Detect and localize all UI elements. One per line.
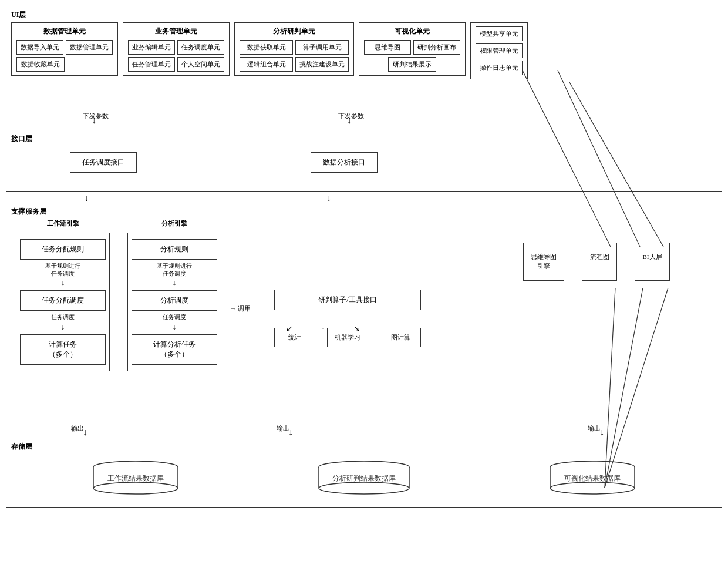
right-modules-group: 模型共享单元 权限管理单元 操作日志单元 [470,22,528,79]
storage-layer-label: 存储层 [11,442,717,452]
task-schedule-interface: 任务调度接口 [70,152,137,173]
output-label-2: 输出 [277,424,289,433]
data-analysis-interface: 数据分析接口 [311,152,378,173]
module-result-display: 研判结果展示 [388,57,436,72]
output-arrow-2: ↓ [288,427,293,438]
storage-layer: 存储层 工作流结果数据库 [6,438,722,507]
module-mind-map: 思维导图 [364,40,411,55]
calc-statistics: 统计 [274,328,315,347]
arrow-interface-support-1: ↓ [84,193,89,203]
visualization-title: 可视化单元 [364,26,460,36]
workflow-db-svg: 工作流结果数据库 [89,460,183,495]
module-data-fetch: 数据获取单元 [240,40,293,55]
analysis-db-svg: 分析研判结果数据库 [314,460,414,495]
flowchart-engine: 流程图 [582,243,617,281]
business-management-title: 业务管理单元 [128,26,224,36]
analysis-grid: 数据获取单元 算子调用单元 逻辑组合单元 挑战注建设单元 [240,40,349,72]
analysis-rule: 分析规则 [132,239,217,260]
module-analysis-canvas: 研判分析画布 [413,40,460,55]
output-arrow-3: ↓ [599,427,604,438]
support-layer: 支撑服务层 工作流引擎 任务分配规则 基于规则进行任务调度 ↓ 任务分配调度 任… [6,203,722,438]
visualization-grid: 思维导图 研判分析画布 研判结果展示 [364,40,460,72]
output-label-1: 输出 [71,424,84,433]
svg-point-4 [93,482,178,494]
calc-graph: 图计算 [380,328,421,347]
analysis-group: 分析研判单元 数据获取单元 算子调用单元 逻辑组合单元 挑战注建设单元 [234,22,354,76]
ui-layer-content: 数据管理单元 数据导入单元 数据管理单元 数据收藏单元 业务管理单元 业务编辑单… [11,22,717,79]
output-label-3: 输出 [588,424,601,433]
module-permission: 权限管理单元 [476,43,523,58]
module-data-manage: 数据管理单元 [66,40,113,55]
module-operator-call: 算子调用单元 [295,40,349,55]
module-biz-edit: 业务编辑单元 [128,40,175,55]
svg-text:工作流结果数据库: 工作流结果数据库 [107,474,164,482]
workflow-db-container: 工作流结果数据库 [89,460,183,498]
ui-layer: UI层 数据管理单元 数据导入单元 数据管理单元 数据收藏单元 业务管理单元 业… [6,6,722,109]
support-layer-label: 支撑服务层 [11,207,717,217]
analysis-db-container: 分析研判结果数据库 [314,460,414,498]
viz-db-svg: 可视化结果数据库 [545,460,639,495]
viz-db-container: 可视化结果数据库 [545,460,639,498]
module-task-schedule: 任务调度单元 [177,40,224,55]
analysis-title: 分析研判单元 [240,26,349,36]
mind-map-engine: 思维导图引擎 [523,243,564,281]
diagram: UI层 数据管理单元 数据导入单元 数据管理单元 数据收藏单元 业务管理单元 业… [6,6,722,508]
bi-screen-engine: BI大屏 [635,243,670,281]
arrow-interface-support-2: ↓ [326,193,331,203]
output-arrow-1: ↓ [83,427,87,438]
workflow-engine: 任务分配规则 基于规则进行任务调度 ↓ 任务分配调度 任务调度 ↓ 计算任务（多… [16,233,110,371]
arrow-down-2: ↓ [347,115,352,126]
ui-layer-label: UI层 [11,10,717,20]
svg-text:分析研判结果数据库: 分析研判结果数据库 [332,474,396,482]
workflow-engine-label: 工作流引擎 [16,219,110,228]
data-management-title: 数据管理单元 [16,26,113,36]
business-management-group: 业务管理单元 业务编辑单元 任务调度单元 任务管理单元 个人空间单元 [123,22,230,76]
module-model-share: 模型共享单元 [476,26,523,41]
svg-point-10 [319,482,409,494]
analysis-schedule: 分析调度 [132,290,217,311]
module-data-import: 数据导入单元 [16,40,63,55]
svg-point-16 [550,482,635,494]
business-management-grid: 业务编辑单元 任务调度单元 任务管理单元 个人空间单元 [128,40,224,72]
data-management-grid: 数据导入单元 数据管理单元 数据收藏单元 [16,40,113,72]
module-challenge-build: 挑战注建设单元 [295,57,349,72]
task-assign-rule: 任务分配规则 [20,239,106,260]
data-management-group: 数据管理单元 数据导入单元 数据管理单元 数据收藏单元 [11,22,118,76]
analysis-engine: 分析规则 基于规则进行任务调度 ↓ 分析调度 任务调度 ↓ 计算分析任务（多个） [127,233,221,371]
module-operation-log: 操作日志单元 [476,61,523,75]
tool-interface-box: 研判算子/工具接口 [274,290,421,310]
svg-text:可视化结果数据库: 可视化结果数据库 [564,474,621,482]
module-data-collect: 数据收藏单元 [16,57,65,72]
module-logic-combine: 逻辑组合单元 [240,57,293,72]
compute-task: 计算任务（多个） [20,334,106,365]
analysis-engine-label: 分析引擎 [127,219,221,228]
compute-analysis-task: 计算分析任务（多个） [132,334,217,365]
visualization-group: 可视化单元 思维导图 研判分析画布 研判结果展示 [359,22,466,76]
module-task-manage: 任务管理单元 [128,57,175,72]
task-assign-schedule: 任务分配调度 [20,290,106,311]
calc-ml: 机器学习 [327,328,368,347]
interface-layer-label: 接口层 [11,134,717,144]
module-personal-space: 个人空间单元 [177,57,224,72]
arrow-down-1: ↓ [92,115,96,126]
interface-layer: 接口层 任务调度接口 数据分析接口 [6,130,722,192]
